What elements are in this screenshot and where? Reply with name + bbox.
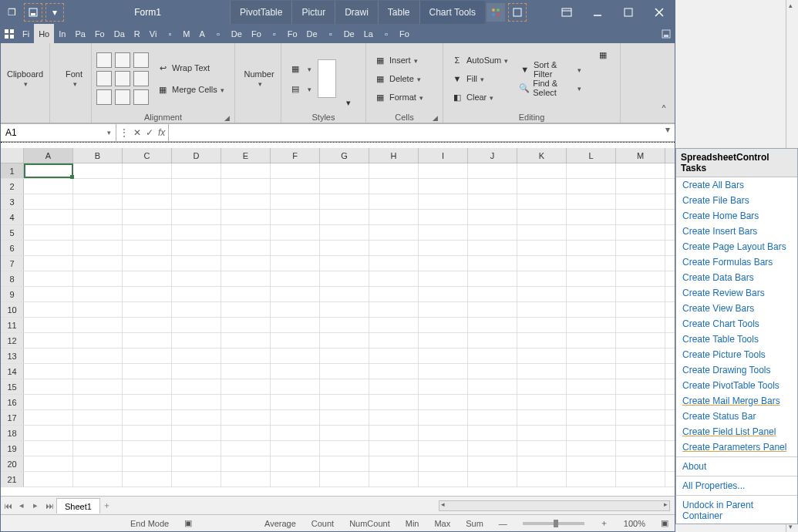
cell[interactable]	[369, 194, 419, 209]
cell[interactable]	[468, 348, 517, 363]
cell[interactable]	[320, 348, 369, 363]
cell[interactable]	[73, 348, 123, 363]
cell[interactable]	[616, 441, 665, 456]
row-header[interactable]: 8	[1, 271, 24, 286]
cell[interactable]	[73, 287, 123, 301]
cell[interactable]	[271, 426, 320, 440]
cell[interactable]	[123, 364, 172, 379]
cell[interactable]	[369, 225, 419, 240]
cell[interactable]	[221, 302, 271, 317]
cell[interactable]	[172, 456, 221, 471]
cell[interactable]	[73, 472, 123, 487]
horizontal-scrollbar[interactable]	[439, 500, 670, 511]
cell[interactable]	[271, 179, 320, 194]
format-cells-button[interactable]: ▦Format	[371, 89, 426, 106]
cell[interactable]	[369, 426, 419, 440]
cell[interactable]	[271, 271, 320, 286]
cell[interactable]	[468, 256, 517, 271]
cell[interactable]	[123, 395, 172, 409]
cell[interactable]	[616, 426, 665, 440]
cell[interactable]	[468, 426, 517, 440]
context-tab[interactable]: Pictur	[291, 1, 335, 24]
ribbon-tab[interactable]: M	[178, 24, 194, 43]
styles-more-icon[interactable]: ▾	[339, 94, 361, 111]
cell[interactable]	[616, 318, 665, 332]
cell[interactable]	[468, 333, 517, 348]
cell[interactable]	[468, 395, 517, 409]
cell[interactable]	[73, 241, 123, 255]
cell[interactable]	[73, 179, 123, 194]
cell[interactable]	[271, 225, 320, 240]
cancel-edit-icon[interactable]: ✕	[133, 127, 141, 138]
cell[interactable]	[419, 302, 468, 317]
select-all-corner[interactable]	[1, 148, 24, 163]
find-select-button[interactable]: 🔍Find & Select	[516, 79, 584, 96]
cell[interactable]	[517, 472, 567, 487]
task-link[interactable]: Create File Bars	[676, 193, 797, 208]
column-header[interactable]: K	[517, 148, 567, 163]
cell[interactable]	[616, 256, 665, 271]
number-button[interactable]: Number	[240, 52, 278, 106]
cell[interactable]	[468, 456, 517, 471]
confirm-edit-icon[interactable]: ✓	[146, 127, 153, 138]
ribbon-tab[interactable]: De	[227, 24, 247, 43]
cell[interactable]	[616, 395, 665, 409]
format-as-table-icon[interactable]: ▤	[286, 80, 315, 97]
cell[interactable]	[369, 333, 419, 348]
cell[interactable]	[24, 364, 73, 379]
cell[interactable]	[567, 179, 616, 194]
column-header[interactable]: M	[616, 148, 665, 163]
cell[interactable]	[24, 179, 73, 194]
cell[interactable]	[567, 163, 616, 178]
task-link[interactable]: Create Home Bars	[676, 208, 797, 224]
cell[interactable]	[172, 410, 221, 425]
cell[interactable]	[172, 364, 221, 379]
expand-formula-bar-icon[interactable]: ▾	[661, 124, 675, 141]
task-link[interactable]: Create PivotTable Tools	[676, 378, 797, 393]
row-header[interactable]: 9	[1, 287, 24, 301]
cell[interactable]	[320, 287, 369, 301]
cell[interactable]	[517, 163, 567, 178]
cell[interactable]	[369, 318, 419, 332]
cell[interactable]	[24, 302, 73, 317]
cell[interactable]	[567, 241, 616, 255]
cell[interactable]	[271, 194, 320, 209]
cell[interactable]	[567, 333, 616, 348]
row-header[interactable]: 16	[1, 395, 24, 409]
cell[interactable]	[616, 333, 665, 348]
cell[interactable]	[320, 241, 369, 255]
cell[interactable]	[221, 333, 271, 348]
insert-cells-button[interactable]: ▦Insert	[371, 52, 426, 69]
delete-cells-button[interactable]: ▦Delete	[371, 70, 426, 87]
cell[interactable]	[123, 426, 172, 440]
ribbon-tab[interactable]: La	[359, 24, 378, 43]
row-header[interactable]: 20	[1, 456, 24, 471]
cell[interactable]	[271, 395, 320, 409]
cell[interactable]	[419, 472, 468, 487]
cell[interactable]	[468, 163, 517, 178]
row-header[interactable]: 11	[1, 318, 24, 332]
cell[interactable]	[369, 410, 419, 425]
cell[interactable]	[271, 379, 320, 394]
row-header[interactable]: 21	[1, 472, 24, 487]
column-header[interactable]: I	[419, 148, 468, 163]
cell[interactable]	[221, 256, 271, 271]
cell[interactable]	[616, 287, 665, 301]
row-header[interactable]: 14	[1, 364, 24, 379]
column-header[interactable]: C	[123, 148, 172, 163]
cell[interactable]	[517, 271, 567, 286]
row-header[interactable]: 3	[1, 194, 24, 209]
cell[interactable]	[123, 302, 172, 317]
cell[interactable]	[567, 379, 616, 394]
cell[interactable]	[320, 256, 369, 271]
alignment-grid[interactable]	[96, 52, 149, 105]
cell[interactable]	[616, 210, 665, 224]
cell[interactable]	[73, 441, 123, 456]
cell[interactable]	[517, 225, 567, 240]
cell[interactable]	[221, 318, 271, 332]
cell[interactable]	[123, 287, 172, 301]
cell[interactable]	[271, 163, 320, 178]
cell[interactable]	[320, 302, 369, 317]
cell[interactable]	[271, 456, 320, 471]
ribbon-display-options-icon[interactable]	[551, 1, 582, 24]
